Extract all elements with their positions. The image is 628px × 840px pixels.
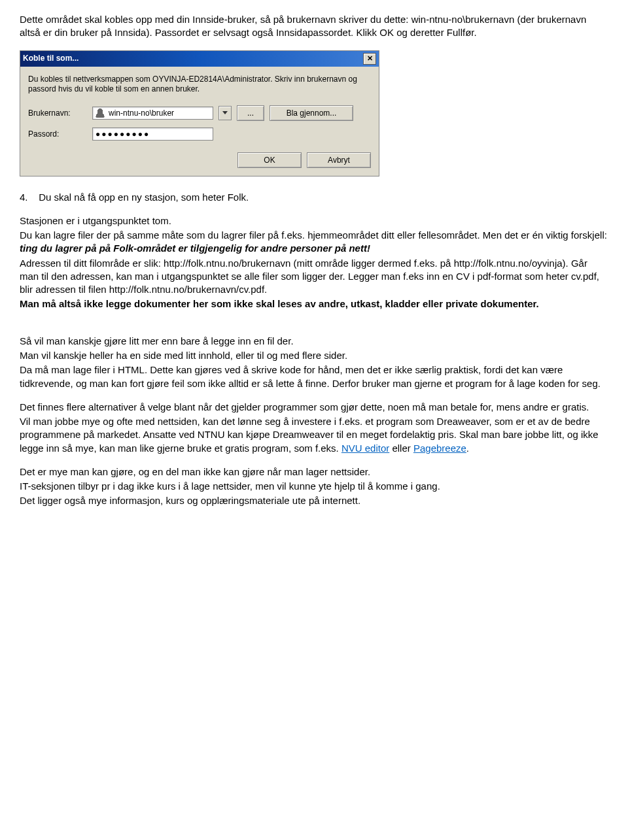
dialog-description: Du kobles til nettverksmappen som OYVINJ… [28,75,371,95]
close-icon: ✕ [367,54,373,63]
username-row: Brukernavn: win-ntnu-no\bruker ... Bla g… [28,105,371,121]
browse-button[interactable]: Bla gjennom... [270,105,353,121]
ellipsis-button[interactable]: ... [237,105,264,121]
section3-l1: Det finnes flere alternativer å velge bl… [20,401,608,414]
link-nvu-editor[interactable]: NVU editor [341,443,389,454]
section4-l1: Det er mye man kan gjøre, og en del man … [20,465,608,479]
close-button[interactable]: ✕ [363,53,376,65]
password-label: Passord: [28,129,87,139]
section2-l1: Så vil man kanskje gjøre litt mer enn ba… [20,335,608,348]
section1-l4: Man må altså ikke legge dokumenter her s… [20,297,608,311]
ok-button[interactable]: OK [237,152,302,168]
section2-l3: Da må man lage filer i HTML. Dette kan g… [20,363,608,390]
username-input[interactable]: win-ntnu-no\bruker [92,107,213,120]
section4-l2: IT-seksjonen tilbyr pr i dag ikke kurs i… [20,480,608,493]
section2-l2: Man vil kanskje heller ha en side med li… [20,349,608,362]
section4-l3: Det ligger også mye informasjon, kurs og… [20,494,608,507]
user-icon [96,109,105,118]
intro-text: Dette området skal kobles opp med din In… [20,13,608,40]
dialog-window: Koble til som... ✕ Du kobles til nettver… [20,50,379,176]
link-pagebreeze[interactable]: Pagebreeze [413,443,466,454]
chevron-down-icon [222,111,228,114]
username-label: Brukernavn: [28,108,87,118]
password-row: Passord: ●●●●●●●●● [28,127,371,141]
section3-l2: Vil man jobbe mye og ofte med nettsiden,… [20,415,608,455]
step-4: 4. Du skal nå få opp en ny stasjon, som … [20,191,608,204]
dialog-body: Du kobles til nettverksmappen som OYVINJ… [20,67,379,176]
username-value: win-ntnu-no\bruker [109,108,174,118]
dialog-title: Koble til som... [23,53,78,63]
section1-l1: Stasjonen er i utgangspunktet tom. [20,214,608,227]
dialog-titlebar: Koble til som... ✕ [20,51,379,67]
dialog-buttons: OK Avbryt [28,152,371,168]
username-dropdown[interactable] [218,106,232,120]
password-dots: ●●●●●●●●● [96,129,150,139]
section1-l3: Adressen til ditt filområde er slik: htt… [20,257,608,297]
cancel-button[interactable]: Avbryt [307,152,371,168]
section1-l2: Du kan lagre filer der på samme måte som… [20,229,608,256]
password-input[interactable]: ●●●●●●●●● [92,127,213,141]
